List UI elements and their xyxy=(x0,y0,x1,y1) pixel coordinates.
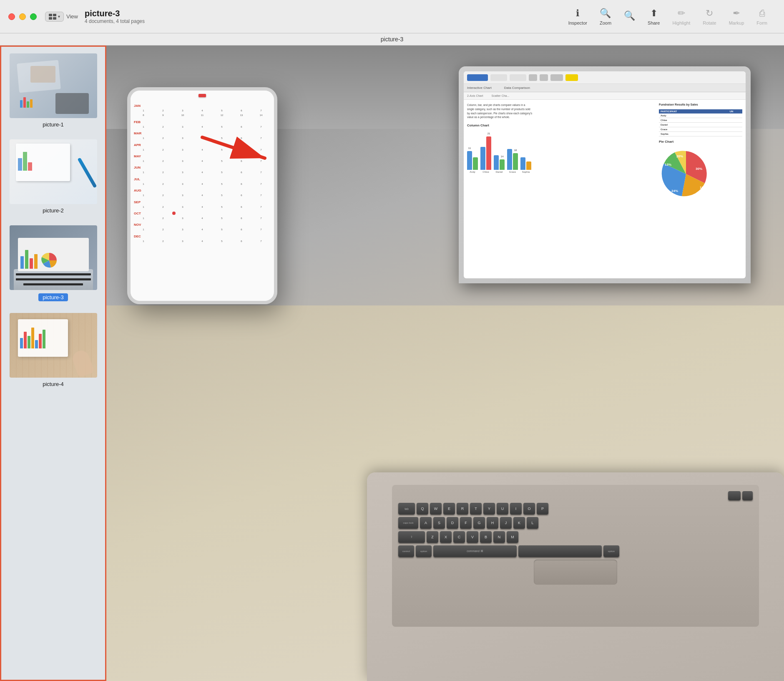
key-space: command ⌘ xyxy=(433,545,517,557)
cal-row: 1234567 xyxy=(134,136,271,140)
close-button[interactable] xyxy=(8,13,15,20)
cal-month-apr: APR xyxy=(134,143,271,147)
cal-row: 1234567 xyxy=(134,171,271,174)
chart-description: Column, bar, and pie charts compare valu… xyxy=(467,103,656,119)
sidebar-item-picture-3[interactable]: picture-3 xyxy=(1,219,105,306)
calendar-grid: JAN 1234567 891011121314 FEB 1234567 xyxy=(131,99,274,246)
main-content: picture-1 picture-2 xyxy=(0,45,784,681)
toolbar-btn xyxy=(510,74,526,81)
window-title: picture-3 xyxy=(381,36,403,43)
key-v: V xyxy=(467,531,478,543)
tab-data-comparison: Data Comparison xyxy=(504,86,530,90)
highlight-tool[interactable]: ✏ Highlight xyxy=(672,8,690,25)
participant-daniel: Daniel xyxy=(659,123,721,127)
key xyxy=(728,491,741,500)
key-row-fn xyxy=(398,491,753,500)
key-i: I xyxy=(510,503,522,515)
key-option-r: option xyxy=(603,545,619,557)
sidebar-label-picture-3: picture-3 xyxy=(38,293,68,301)
share-tool[interactable]: ⬆ Share xyxy=(648,8,660,25)
sidebar-item-picture-1[interactable]: picture-1 xyxy=(1,47,105,133)
tablet-button xyxy=(199,94,206,97)
share-icon: ⬆ xyxy=(650,8,658,19)
tablet-device: JAN 1234567 891011121314 FEB 1234567 xyxy=(127,87,277,304)
key-d: D xyxy=(447,517,458,529)
inspector-label: Inspector xyxy=(568,20,587,25)
view-toggle-button[interactable]: ▾ xyxy=(45,12,64,22)
bar-group-sophia: Sophia xyxy=(520,157,531,173)
toolbar-btn xyxy=(550,74,563,81)
doc-subtitle: 4 documents, 4 total pages xyxy=(85,18,145,24)
participants-table: PARTICIPANT UN Andy Chloe xyxy=(659,109,742,136)
form-icon: ⎙ xyxy=(759,8,765,19)
titlebar-tools: ℹ Inspector 🔍 Zoom 🔍 ⬆ Share ✏ Highlight… xyxy=(568,8,767,25)
laptop-body: Interactive Chart Data Comparison 2-Axis… xyxy=(459,66,751,283)
key-t: T xyxy=(470,503,482,515)
chart-right-panel: Fundraiser Results by Sales PARTICIPANT … xyxy=(659,103,742,275)
sidebar-label-picture-1: picture-1 xyxy=(43,121,64,128)
key-shift-l: ⇧ xyxy=(398,531,425,543)
cal-month-feb: FEB xyxy=(134,120,271,124)
key-n: N xyxy=(493,531,505,543)
zoom-out-tool[interactable]: 🔍 xyxy=(624,10,635,23)
titlebar: ▾ View picture-3 4 documents, 4 total pa… xyxy=(0,0,784,33)
key xyxy=(742,491,753,500)
canvas-area: Interactive Chart Data Comparison 2-Axis… xyxy=(106,45,784,681)
view-label: View xyxy=(66,13,78,20)
cal-row: 1234567 xyxy=(134,205,271,209)
key-m: M xyxy=(507,531,518,543)
key-u: U xyxy=(497,503,508,515)
key-f: F xyxy=(460,517,472,529)
key-p: P xyxy=(537,503,548,515)
trackpad[interactable] xyxy=(534,560,617,585)
rotate-icon: ↻ xyxy=(706,8,713,19)
doc-title-block: picture-3 4 documents, 4 total pages xyxy=(85,9,145,24)
bar-group-chloe: 21 Chloe xyxy=(480,136,491,173)
cal-row: 1234567 xyxy=(134,194,271,197)
sidebar-item-picture-4[interactable]: picture-4 xyxy=(1,306,105,392)
key-h: H xyxy=(487,517,498,529)
cal-row: 1234567 xyxy=(134,217,271,220)
maximize-button[interactable] xyxy=(30,13,37,20)
svg-text:24%: 24% xyxy=(671,189,678,193)
key-q: Q xyxy=(417,503,428,515)
participant-andy: Andy xyxy=(659,114,721,118)
form-label: Form xyxy=(756,20,767,25)
titlebar-left: ▾ View xyxy=(45,12,78,22)
thumbnail-4 xyxy=(10,313,97,378)
zoom-in-icon: 🔍 xyxy=(600,8,611,19)
svg-text:13%: 13% xyxy=(665,163,671,166)
fundraiser-title: Fundraiser Results by Sales xyxy=(659,103,742,106)
calendar-marker xyxy=(172,212,176,215)
key-z: Z xyxy=(427,531,438,543)
key-e: E xyxy=(443,503,455,515)
pie-chart-svg: 30% 16% 24% 13% 20% xyxy=(659,147,713,201)
table-row: Chloe xyxy=(659,118,742,123)
zoom-in-tool[interactable]: 🔍 Zoom xyxy=(600,8,611,25)
key-l: L xyxy=(527,517,538,529)
key-option: option xyxy=(416,545,432,557)
toolbar-btn xyxy=(490,74,507,81)
toolbar-btn xyxy=(529,74,537,81)
thumbnail-2 xyxy=(10,139,97,204)
cal-month-jan: JAN xyxy=(134,104,271,108)
highlight-icon: ✏ xyxy=(678,8,685,19)
cal-row: 1234567 xyxy=(134,159,271,163)
main-scene: Interactive Chart Data Comparison 2-Axis… xyxy=(106,45,784,681)
share-label: Share xyxy=(648,20,660,25)
minimize-button[interactable] xyxy=(19,13,26,20)
key-spacebar xyxy=(518,545,602,557)
inspector-tool[interactable]: ℹ Inspector xyxy=(568,8,587,25)
laptop-screen: Interactive Chart Data Comparison 2-Axis… xyxy=(464,71,746,278)
chart-2axis-label: 2-Axis Chart xyxy=(467,94,483,97)
sidebar-item-picture-2[interactable]: picture-2 xyxy=(1,133,105,219)
form-tool[interactable]: ⎙ Form xyxy=(756,8,767,25)
key-g: G xyxy=(473,517,485,529)
table-row: Grace xyxy=(659,127,742,132)
markup-tool[interactable]: ✒ Markup xyxy=(729,8,744,25)
key-k: K xyxy=(513,517,525,529)
cal-row: 1234567 xyxy=(134,125,271,129)
participant-sophia: Sophia xyxy=(659,132,721,136)
th-participant: PARTICIPANT xyxy=(659,109,721,114)
rotate-tool[interactable]: ↻ Rotate xyxy=(703,8,716,25)
